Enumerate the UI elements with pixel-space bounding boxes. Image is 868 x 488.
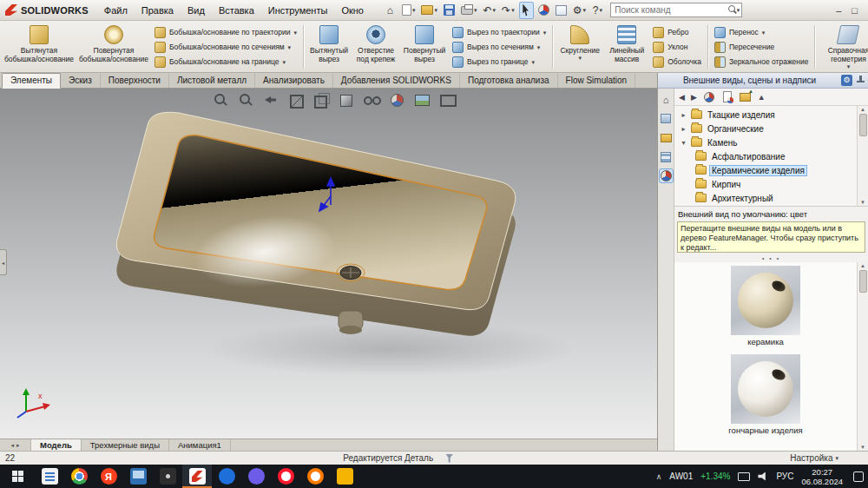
save-button[interactable] [442, 2, 457, 19]
thumbnail-ceramic[interactable]: керамика [731, 266, 800, 346]
rib-row[interactable]: Ребро [653, 26, 701, 38]
tree-item-organic[interactable]: ▸ Органические [674, 122, 857, 135]
taskbar-violet-app[interactable] [241, 465, 271, 488]
print-button[interactable]: ▾ [459, 2, 479, 19]
open-button[interactable]: ▾ [419, 2, 439, 19]
taskbar-blue-app[interactable] [212, 465, 241, 488]
tree-item-ceramics[interactable]: Керамические изделия [674, 163, 857, 177]
scroll-down-icon[interactable]: ▼ [860, 200, 865, 205]
new-document-button[interactable]: ▾ [400, 2, 418, 19]
options-button[interactable]: ⚙▾ [571, 2, 588, 19]
search-input[interactable] [615, 5, 727, 15]
hidden-icons-button[interactable]: ∧ [656, 472, 662, 481]
reference-geometry-button[interactable]: Справочная геометрия ▾ [818, 23, 868, 71]
notification-center-icon[interactable] [853, 472, 864, 482]
lofted-cut-row[interactable]: Вырез по сечениям▾ [452, 41, 546, 53]
clock[interactable]: 20:27 06.08.2024 [801, 467, 843, 486]
back-button[interactable]: ◀ [679, 93, 685, 102]
tab-features[interactable]: Элементы [2, 73, 61, 89]
file-explorer-icon[interactable] [660, 131, 673, 144]
intersect-row[interactable]: Пересечение [714, 41, 809, 53]
menu-view[interactable]: Вид [181, 0, 212, 21]
up-one-level-button[interactable] [740, 91, 752, 103]
tree-item-stone[interactable]: ▾ Камень [674, 135, 857, 149]
search-icon[interactable] [727, 5, 737, 15]
view-settings-icon[interactable] [439, 93, 455, 107]
forward-button[interactable]: ▶ [691, 93, 697, 102]
scroll-right-icon[interactable]: ▸ [16, 442, 20, 449]
tab-sketch[interactable]: Эскиз [61, 74, 101, 88]
tab-3d-views[interactable]: Трехмерные виды [82, 439, 169, 451]
tab-sheet-metal[interactable]: Листовой металл [169, 74, 255, 88]
design-library-icon[interactable] [660, 112, 673, 125]
tab-animation1[interactable]: Анимация1 [169, 439, 231, 451]
thumbnails-scrollbar[interactable]: ▲ ▼ [857, 262, 868, 451]
view-palette-icon[interactable] [660, 150, 673, 163]
display-style-icon[interactable] [339, 93, 354, 107]
tab-model[interactable]: Модель [31, 439, 82, 451]
apply-scene-icon[interactable] [414, 93, 430, 107]
tab-surfaces[interactable]: Поверхности [101, 74, 169, 88]
expand-up-icon[interactable]: ▲ [758, 93, 766, 102]
taskbar-yandex[interactable]: Я [94, 465, 123, 488]
chevron-down-icon[interactable]: ▾ [680, 139, 687, 147]
taskbar-orange-app[interactable] [300, 465, 330, 488]
thumbnail-pottery[interactable]: гончарные изделия [728, 354, 802, 435]
filter-icon[interactable] [445, 454, 453, 463]
taskbar-chrome[interactable] [64, 465, 94, 488]
edit-appearance-icon[interactable] [389, 93, 404, 107]
menu-tools[interactable]: Инструменты [261, 0, 335, 21]
redo-button[interactable]: ↷▾ [500, 2, 516, 19]
hole-wizard-button[interactable]: Отверстие под крепеж [352, 23, 400, 71]
tree-item-asphalt[interactable]: Асфальтирование [674, 149, 857, 163]
scrollbar-thumb[interactable] [859, 270, 867, 293]
chevron-right-icon[interactable]: ▸ [680, 125, 687, 133]
appearances-root-button[interactable] [703, 91, 715, 103]
move-row[interactable]: Перенос▾ [714, 26, 809, 38]
graphics-area[interactable]: x ◂ [0, 89, 657, 439]
home-button[interactable]: ⌂ [383, 2, 398, 19]
menu-window[interactable]: Окно [334, 0, 371, 21]
tree-item-weaving[interactable]: ▸ Ткацкие изделия [674, 108, 857, 122]
extruded-cut-button[interactable]: Вытянутый вырез [306, 23, 352, 71]
section-view-icon[interactable] [288, 93, 304, 107]
boundary-cut-row[interactable]: Вырез по границе▾ [452, 56, 546, 68]
feature-tree-collapse-handle[interactable]: ◂ [0, 249, 7, 275]
tree-item-architectural[interactable]: Архитектурный [674, 191, 857, 205]
help-button[interactable]: ?▾ [590, 2, 605, 19]
tab-evaluate[interactable]: Анализировать [255, 74, 333, 88]
scroll-left-icon[interactable]: ◂ [10, 442, 14, 449]
chevron-right-icon[interactable]: ▸ [680, 111, 687, 119]
select-tool-button[interactable] [519, 2, 534, 19]
gear-icon[interactable]: ⚙ [841, 75, 852, 86]
zoom-fit-icon[interactable] [213, 93, 228, 107]
menu-edit[interactable]: Правка [135, 0, 181, 21]
fillet-button[interactable]: Скругление ▾ [556, 23, 604, 71]
view-orientation-icon[interactable] [313, 93, 329, 107]
start-button[interactable] [0, 465, 35, 488]
linear-pattern-button[interactable]: Линейный массив [604, 23, 649, 71]
lofted-boss-row[interactable]: Бобышка/основание по сечениям▾ [155, 41, 297, 53]
ticker-symbol[interactable]: AW01 [669, 472, 693, 481]
taskbar-dark-app[interactable] [153, 465, 182, 488]
draft-row[interactable]: Уклон [653, 41, 701, 53]
revolved-boss-button[interactable]: Повернутая бобышка/основание [76, 23, 151, 71]
revolved-cut-button[interactable]: Повернутый вырез [400, 23, 449, 71]
scroll-up-icon[interactable]: ▲ [860, 107, 865, 112]
tab-scroll-buttons[interactable]: ◂ ▸ [0, 439, 31, 451]
tree-item-brick[interactable]: Кирпич [674, 177, 857, 191]
tab-flow-simulation[interactable]: Flow Simulation [558, 74, 636, 88]
taskbar-solidworks[interactable] [182, 465, 212, 488]
customize-menu[interactable]: Настройка ▾ [790, 453, 838, 463]
boundary-boss-row[interactable]: Бобышка/основание на границе▾ [155, 56, 297, 68]
swept-boss-row[interactable]: Бобышка/основание по траектории▾ [155, 26, 297, 38]
options-table-button[interactable] [554, 2, 569, 19]
network-icon[interactable] [738, 472, 750, 481]
add-file-appearance-button[interactable] [721, 91, 733, 103]
zoom-area-icon[interactable] [238, 93, 253, 107]
scrollbar-thumb[interactable] [859, 114, 867, 136]
mirror-row[interactable]: Зеркальное отражение [714, 56, 809, 68]
extruded-boss-button[interactable]: Вытянутая бобышка/основание [2, 23, 76, 71]
restore-button[interactable]: □ [852, 5, 858, 16]
previous-view-icon[interactable] [263, 93, 279, 107]
